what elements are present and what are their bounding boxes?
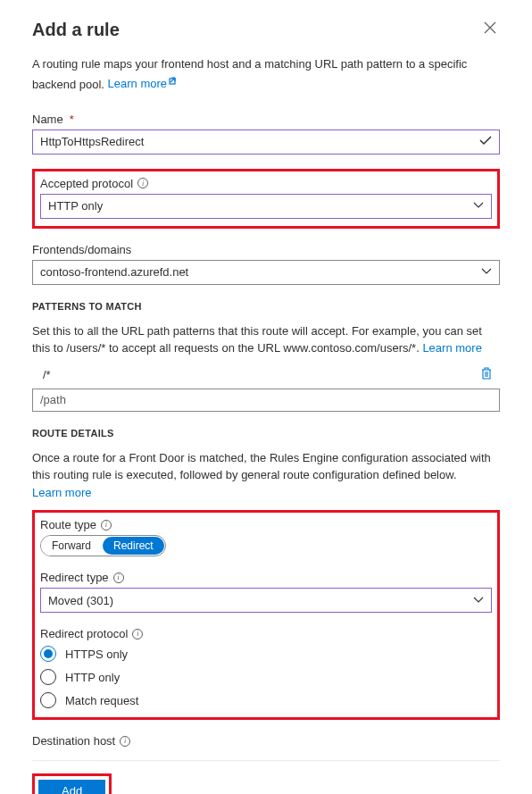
pattern-row: /*	[32, 366, 500, 383]
close-icon[interactable]	[480, 18, 500, 41]
radio-label: HTTP only	[65, 671, 120, 684]
redirect-protocol-group: HTTPS only HTTP only Match request	[40, 646, 492, 708]
chevron-down-icon	[473, 201, 484, 211]
name-value: HttpToHttpsRedirect	[40, 135, 144, 148]
add-button-highlight: Add	[32, 773, 112, 794]
radio-http-only[interactable]: HTTP only	[40, 669, 492, 685]
protocol-select[interactable]: HTTP only	[40, 194, 492, 219]
learn-more-link[interactable]: Learn more	[108, 77, 179, 90]
delete-icon[interactable]	[480, 366, 500, 383]
route-type-toggle: Forward Redirect	[40, 535, 166, 556]
svg-rect-0	[170, 79, 175, 84]
info-icon[interactable]: i	[137, 178, 148, 188]
name-label: Name*	[32, 113, 500, 126]
frontends-label: Frontends/domains	[32, 243, 500, 256]
page-title: Add a rule	[32, 20, 120, 40]
pattern-input[interactable]	[32, 389, 500, 412]
footer: Add	[32, 773, 500, 794]
frontends-select[interactable]: contoso-frontend.azurefd.net	[32, 260, 500, 285]
info-icon[interactable]: i	[101, 520, 112, 531]
radio-match-request[interactable]: Match request	[40, 692, 492, 708]
intro-text: A routing rule maps your frontend host a…	[32, 55, 500, 93]
protocol-label: Accepted protocol i	[40, 177, 492, 190]
chevron-down-icon	[473, 596, 484, 606]
redirect-type-label: Redirect type i	[40, 571, 492, 584]
checkmark-icon	[479, 135, 492, 148]
redirect-type-select[interactable]: Moved (301)	[40, 588, 492, 613]
destination-host-label: Destination host i	[32, 734, 500, 748]
radio-https-only[interactable]: HTTPS only	[40, 646, 492, 662]
patterns-help: Set this to all the URL path patterns th…	[32, 322, 500, 357]
redirect-protocol-label: Redirect protocol i	[40, 627, 492, 640]
redirect-protocol-field: Redirect protocol i HTTPS only HTTP only…	[40, 627, 492, 708]
redirect-type-field: Redirect type i Moved (301)	[40, 571, 492, 613]
divider	[32, 760, 500, 761]
route-details-highlight: Route type i Forward Redirect Redirect t…	[32, 510, 500, 720]
accepted-protocol-highlight: Accepted protocol i HTTP only	[32, 169, 500, 229]
chevron-down-icon	[481, 267, 492, 277]
route-type-field: Route type i Forward Redirect	[40, 518, 492, 556]
pattern-value: /*	[32, 368, 473, 381]
info-icon[interactable]: i	[120, 736, 130, 747]
patterns-section-title: PATTERNS TO MATCH	[32, 301, 500, 312]
route-section-title: ROUTE DETAILS	[32, 428, 500, 439]
radio-icon	[40, 646, 56, 662]
route-type-redirect[interactable]: Redirect	[103, 537, 164, 555]
info-icon[interactable]: i	[132, 629, 143, 639]
protocol-value: HTTP only	[48, 199, 103, 213]
route-type-forward[interactable]: Forward	[41, 536, 102, 556]
learn-more-link[interactable]: Learn more	[32, 486, 91, 499]
info-icon[interactable]: i	[113, 573, 124, 583]
frontends-value: contoso-frontend.azurefd.net	[40, 265, 188, 279]
radio-label: HTTPS only	[65, 648, 128, 661]
redirect-type-value: Moved (301)	[48, 594, 113, 607]
name-field: Name* HttpToHttpsRedirect	[32, 113, 500, 155]
radio-icon	[40, 692, 56, 708]
external-link-icon	[169, 73, 179, 91]
learn-more-link[interactable]: Learn more	[422, 341, 481, 355]
required-indicator: *	[70, 113, 74, 126]
name-input[interactable]: HttpToHttpsRedirect	[32, 130, 500, 155]
frontends-field: Frontends/domains contoso-frontend.azure…	[32, 243, 500, 285]
radio-icon	[40, 669, 56, 685]
route-help: Once a route for a Front Door is matched…	[32, 449, 500, 502]
radio-label: Match request	[65, 694, 138, 707]
route-type-label: Route type i	[40, 518, 492, 531]
add-button[interactable]: Add	[38, 780, 105, 794]
panel-header: Add a rule	[32, 18, 500, 41]
